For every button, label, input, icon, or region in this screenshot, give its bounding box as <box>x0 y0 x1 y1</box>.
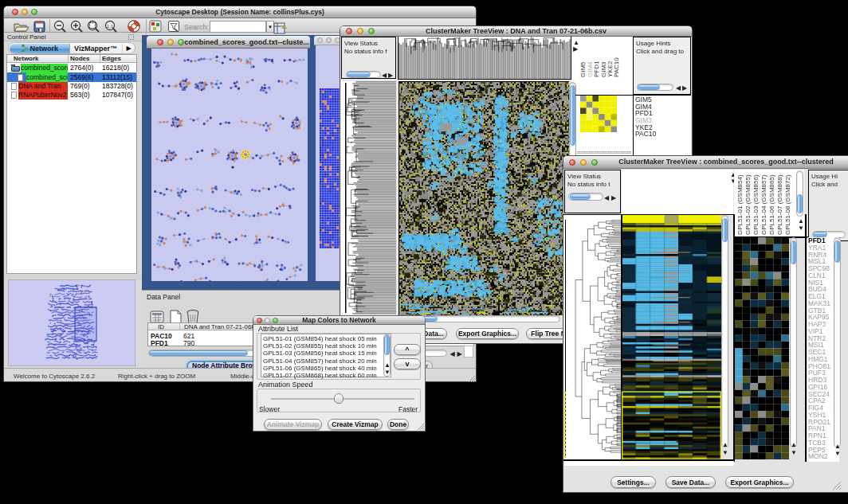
svg-text:1:1: 1:1 <box>107 24 114 29</box>
svg-text:Search:: Search: <box>184 23 209 31</box>
